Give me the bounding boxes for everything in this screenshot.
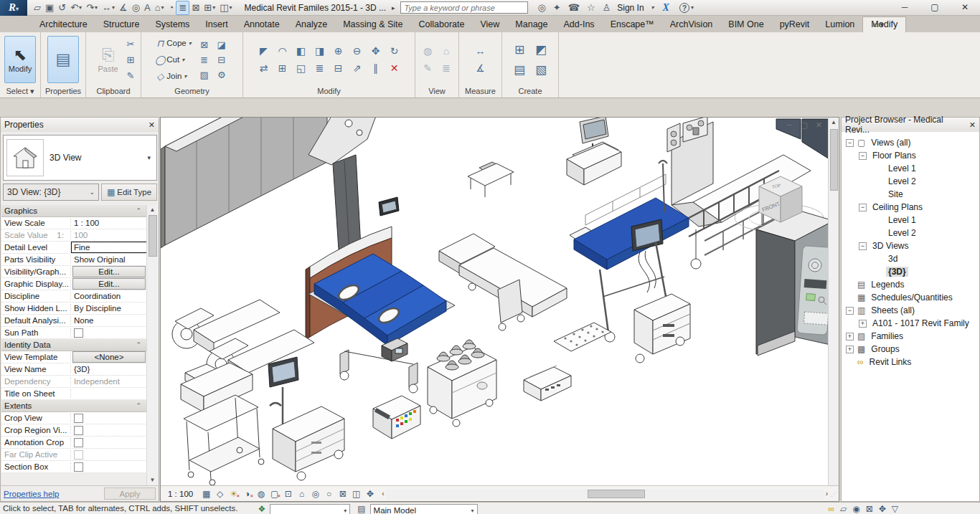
property-row[interactable]: Graphic Display... Edit... — [1, 278, 147, 290]
property-row[interactable]: Discipline Coordination — [1, 290, 147, 303]
ribbon-tab[interactable]: Insert — [197, 17, 235, 32]
ribbon-tab[interactable]: Systems — [147, 17, 197, 32]
select-links-icon[interactable]: ∞ — [828, 504, 834, 514]
ribbon-tab[interactable]: Structure — [95, 17, 148, 32]
cut-icon[interactable]: ✂ — [127, 37, 135, 52]
property-row[interactable]: Parts Visibility Show Original — [1, 254, 147, 266]
geometry-button[interactable]: ◯Cut▾ — [154, 52, 192, 67]
properties-scrollbar[interactable]: ▲ ▼ — [146, 205, 158, 485]
small-printer[interactable] — [524, 366, 571, 401]
align-icon[interactable]: ◤ — [260, 45, 268, 57]
paste-button[interactable]: ⎘ Paste — [93, 36, 124, 83]
save-icon[interactable]: ▣ — [43, 1, 56, 15]
tree-expander[interactable] — [875, 216, 882, 224]
property-row[interactable]: Show Hidden L... By Discipline — [1, 303, 147, 315]
cube-icon[interactable]: ◪ — [217, 39, 226, 50]
property-row[interactable]: Far Clip Active — [1, 449, 147, 461]
properties-palette-header[interactable]: Properties ✕ — [1, 118, 159, 132]
ribbon-tab[interactable]: Annotate — [236, 17, 288, 32]
tree-expander[interactable] — [875, 229, 882, 237]
create-similar-icon[interactable]: ◩ — [535, 42, 547, 57]
tree-expander[interactable] — [846, 281, 854, 289]
edit-type-button[interactable]: ▦ Edit Type — [101, 184, 157, 201]
sun-path-icon[interactable]: ☀ — [227, 489, 240, 499]
tree-expander[interactable]: − — [846, 139, 854, 147]
property-row[interactable]: Crop Region Vi... — [1, 424, 147, 437]
tree-expander[interactable]: + — [846, 346, 854, 353]
restore-button[interactable]: ▢ — [920, 0, 950, 15]
split-icon[interactable]: ⊕ — [334, 45, 343, 57]
model-canvas[interactable]: TOP FRONT — [161, 118, 828, 485]
tree-expander[interactable] — [875, 191, 882, 199]
design-option-combo[interactable]: Main Model▾ — [370, 504, 478, 514]
thin-lines-icon[interactable]: ≣ — [442, 62, 451, 74]
copy-icon[interactable]: ⊞ — [127, 52, 135, 67]
tree-item[interactable]: Level 1 — [842, 162, 979, 175]
tree-item[interactable]: − ▥ Sheets (all) — [842, 304, 979, 317]
temporary-hide-icon[interactable]: ○ — [323, 489, 335, 499]
property-row[interactable]: Identity Data — [1, 339, 147, 351]
property-row[interactable]: View Name {3D} — [1, 363, 147, 376]
property-row[interactable]: Default Analysi... None — [1, 315, 147, 327]
warming-cabinet[interactable] — [756, 209, 828, 356]
redo-icon[interactable]: ↷▾ — [84, 1, 100, 15]
user-interface-icon[interactable]: ◫▾ — [217, 1, 234, 15]
tree-item[interactable]: + ▩ Groups — [842, 343, 979, 356]
tree-expander[interactable] — [875, 268, 882, 276]
demolish-icon[interactable]: ⚙ — [217, 70, 226, 80]
vertical-scrollbar[interactable]: ▲ — [828, 118, 839, 485]
beam-icon[interactable]: ≣ — [200, 54, 208, 65]
close-button[interactable]: ✕ — [950, 0, 980, 15]
trim-icon[interactable]: ⊟ — [334, 62, 343, 74]
property-row[interactable]: Crop View — [1, 412, 147, 424]
sign-in-button[interactable]: Sign In▾ — [614, 3, 656, 13]
switch-windows-icon[interactable]: ⊞▾ — [202, 1, 217, 15]
scrollbar-thumb[interactable] — [588, 490, 645, 498]
scrollbar-thumb[interactable] — [830, 129, 838, 191]
property-row[interactable]: Visibility/Graph... Edit... — [1, 266, 147, 278]
property-row[interactable]: Detail Level Fine — [1, 242, 147, 254]
mirror-pick-icon[interactable]: ◧ — [296, 45, 306, 57]
view-scale-control[interactable]: 1 : 100 — [168, 490, 193, 498]
modify-tool-button[interactable]: ⬉ Modify — [4, 36, 36, 83]
crop-view-icon[interactable]: ▢ — [268, 489, 281, 499]
horizontal-scrollbar[interactable] — [386, 489, 824, 499]
close-icon[interactable]: ✕ — [149, 120, 155, 130]
scale-icon[interactable]: ≣ — [316, 62, 324, 74]
minimize-button[interactable]: ─ — [890, 0, 920, 15]
displaced-elements-icon[interactable]: ✥ — [364, 489, 376, 499]
mirror-draw-icon[interactable]: ◨ — [315, 45, 324, 57]
property-row[interactable]: Sun Path — [1, 327, 147, 339]
tree-item[interactable]: ▤ Legends — [842, 278, 979, 291]
array-icon[interactable]: ◱ — [296, 62, 306, 74]
tree-item[interactable]: − ▢ Views (all) — [842, 136, 979, 149]
workset-combo[interactable]: ▾ — [270, 504, 350, 514]
parallel-icon[interactable]: ∥ — [373, 62, 378, 74]
render-icon[interactable]: ⌂ — [443, 45, 449, 57]
offset-icon[interactable]: ◠ — [278, 45, 286, 57]
subscription-icon[interactable]: ✦ — [550, 2, 565, 13]
scroll-up-icon[interactable]: ▲ — [831, 118, 837, 128]
create-group-icon[interactable]: ⊞ — [514, 42, 524, 57]
ribbon-tab[interactable]: ArchVision — [662, 17, 721, 32]
hidden-elements-icon[interactable]: ◍ — [423, 45, 432, 57]
rotate-icon[interactable]: ↻ — [390, 45, 399, 57]
tree-expander[interactable]: − — [859, 204, 867, 211]
tree-item[interactable]: ▦ Schedules/Quantities — [842, 291, 979, 304]
communication-center-icon[interactable]: ☎ — [565, 2, 583, 13]
ribbon-tab[interactable]: Architecture — [32, 17, 95, 32]
ribbon-tab[interactable]: Collaborate — [411, 17, 473, 32]
drag-on-selection-icon[interactable]: ✥ — [879, 504, 886, 514]
tree-item[interactable]: Level 1 — [842, 214, 979, 227]
tree-item[interactable]: {3D} — [842, 265, 979, 278]
project-browser-header[interactable]: Project Browser - Medical Revi... ✕ — [842, 118, 979, 132]
select-underlay-icon[interactable]: ▱ — [840, 504, 847, 514]
title-expand-icon[interactable]: ▸ — [392, 4, 395, 11]
dimension-icon[interactable]: ∡ — [476, 62, 485, 74]
close-hidden-windows-icon[interactable]: ⊠ — [189, 1, 202, 15]
instance-selector[interactable]: 3D View: {3D}⌄ — [3, 184, 99, 201]
split-gap-icon[interactable]: ⊖ — [353, 45, 362, 57]
perforated-tray[interactable] — [554, 323, 611, 351]
ribbon-tab[interactable]: Analyze — [288, 17, 335, 32]
view-window-controls[interactable]: ─ ▢ ✕ — [786, 120, 825, 130]
